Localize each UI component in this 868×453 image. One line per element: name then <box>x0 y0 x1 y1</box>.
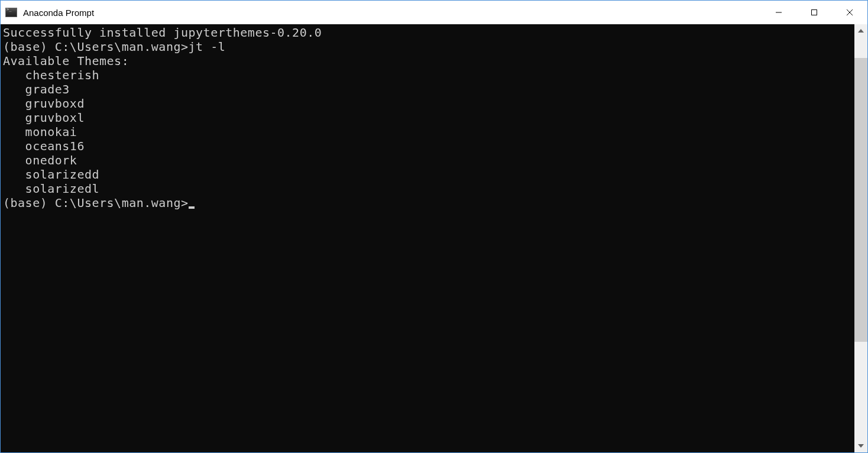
window-controls <box>761 1 867 24</box>
scroll-thumb[interactable] <box>854 58 867 342</box>
terminal-line: gruvboxl <box>3 111 852 125</box>
scroll-up-arrow-icon[interactable] <box>854 24 867 37</box>
scroll-track[interactable] <box>854 37 867 439</box>
terminal-line: grade3 <box>3 82 852 96</box>
window-title: Anaconda Prompt <box>23 8 761 18</box>
terminal-line: chesterish <box>3 68 852 82</box>
svg-rect-1 <box>812 10 817 15</box>
minimize-button[interactable] <box>761 1 796 24</box>
terminal-container: Successfully installed jupyterthemes-0.2… <box>1 24 867 452</box>
terminal-line: solarizedd <box>3 167 852 182</box>
terminal-line: oceans16 <box>3 139 852 153</box>
terminal-line: solarizedl <box>3 182 852 196</box>
titlebar[interactable]: Anaconda Prompt <box>1 1 867 24</box>
terminal-line: monokai <box>3 125 852 139</box>
terminal-line: (base) C:\Users\man.wang>jt -l <box>3 40 852 54</box>
close-button[interactable] <box>832 1 867 24</box>
terminal-line: Successfully installed jupyterthemes-0.2… <box>3 25 852 40</box>
terminal-app-icon <box>5 8 17 17</box>
window: Anaconda Prompt Successfully installed j… <box>0 0 868 453</box>
terminal-line: Available Themes: <box>3 54 852 68</box>
terminal-line: onedork <box>3 153 852 167</box>
scrollbar[interactable] <box>854 24 867 452</box>
terminal-line: gruvboxd <box>3 96 852 111</box>
cursor-icon <box>189 206 195 209</box>
scroll-down-arrow-icon[interactable] <box>854 439 867 452</box>
maximize-button[interactable] <box>796 1 832 24</box>
terminal-prompt: (base) C:\Users\man.wang> <box>3 196 189 210</box>
terminal-output[interactable]: Successfully installed jupyterthemes-0.2… <box>1 24 854 452</box>
